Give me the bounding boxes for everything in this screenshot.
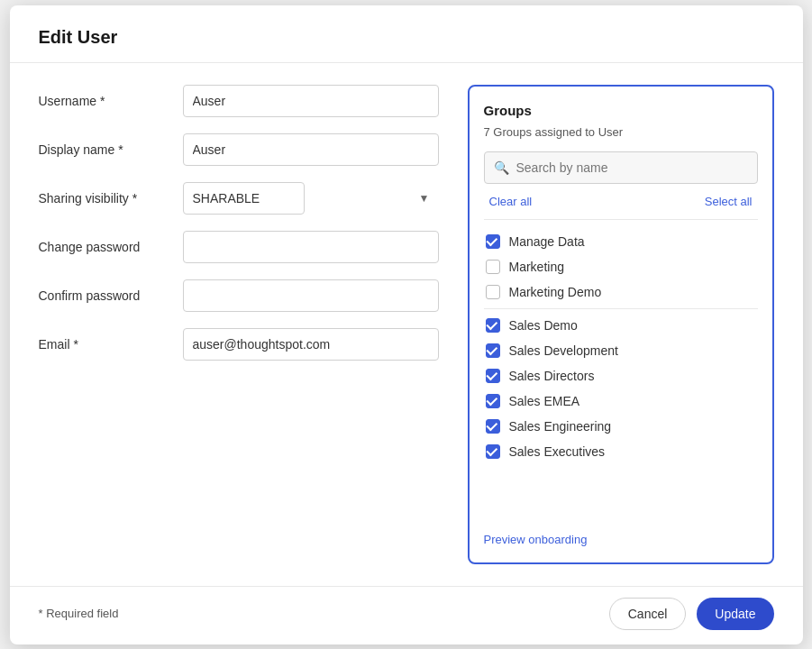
group-name: Sales Engineering [509,419,612,434]
group-checkbox[interactable] [486,419,500,434]
group-checkbox[interactable] [486,318,500,333]
sharing-visibility-label: Sharing visibility * [39,191,183,206]
group-item[interactable]: Marketing Demo [484,279,758,305]
email-row: Email * [39,328,439,361]
group-item[interactable]: Manage Data [484,229,758,254]
group-item[interactable]: Sales Executives [484,439,758,464]
groups-list: Manage DataMarketingMarketing DemoSales … [484,229,758,520]
group-checkbox[interactable] [486,343,500,358]
change-password-input[interactable] [183,231,439,263]
confirm-password-row: Confirm password [39,279,439,312]
edit-user-dialog: Edit User Username * Display name * Shar… [10,5,803,644]
change-password-label: Change password [39,240,183,254]
group-name: Sales Executives [509,444,606,459]
groups-count: 7 Groups assigned to User [484,125,758,139]
search-input[interactable] [516,160,748,175]
sharing-visibility-wrapper: SHARABLE NOT_SHARABLE ▼ [183,182,439,215]
select-all-button[interactable]: Select all [699,193,758,210]
username-row: Username * [39,85,439,117]
change-password-row: Change password [39,231,439,263]
dialog-header: Edit User [10,5,803,63]
group-item[interactable]: Marketing [484,254,758,279]
group-name: Manage Data [509,234,585,249]
group-name: Marketing Demo [509,285,602,299]
form-section: Username * Display name * Sharing visibi… [39,85,439,564]
group-name: Marketing [509,260,564,274]
preview-onboarding-link[interactable]: Preview onboarding [484,533,758,546]
group-checkbox[interactable] [486,285,500,299]
display-name-label: Display name * [39,142,183,157]
email-label: Email * [39,337,183,352]
confirm-password-label: Confirm password [39,288,183,303]
group-name: Sales EMEA [509,394,580,408]
group-item[interactable]: Sales Engineering [484,414,758,439]
username-label: Username * [39,94,183,108]
display-name-input[interactable] [183,133,439,166]
group-item[interactable]: Sales Directors [484,363,758,388]
group-item[interactable]: Sales Development [484,338,758,363]
email-input[interactable] [183,328,439,361]
username-input[interactable] [183,85,439,117]
group-checkbox[interactable] [486,394,500,408]
sharing-visibility-select[interactable]: SHARABLE NOT_SHARABLE [183,182,305,215]
search-box: 🔍 [484,151,758,184]
group-checkbox[interactable] [486,260,500,274]
dialog-title: Edit User [39,27,774,48]
update-button[interactable]: Update [697,598,773,630]
group-checkbox[interactable] [486,444,500,459]
group-item[interactable]: Sales Demo [484,308,758,338]
sharing-visibility-row: Sharing visibility * SHARABLE NOT_SHARAB… [39,182,439,215]
dialog-footer: * Required field Cancel Update [10,586,803,644]
required-note: * Required field [39,607,598,620]
group-checkbox[interactable] [486,369,500,383]
chevron-down-icon: ▼ [419,192,430,205]
search-icon: 🔍 [494,160,509,175]
group-name: Sales Directors [509,369,595,383]
group-name: Sales Development [509,343,618,358]
groups-actions: Clear all Select all [484,193,758,220]
group-checkbox[interactable] [486,234,500,249]
group-item[interactable]: Sales EMEA [484,388,758,414]
groups-panel: Groups 7 Groups assigned to User 🔍 Clear… [468,85,774,564]
cancel-button[interactable]: Cancel [609,598,687,630]
group-name: Sales Demo [509,318,578,333]
clear-all-button[interactable]: Clear all [484,193,538,210]
dialog-body: Username * Display name * Sharing visibi… [10,63,803,586]
groups-title: Groups [484,103,758,118]
display-name-row: Display name * [39,133,439,166]
confirm-password-input[interactable] [183,279,439,312]
